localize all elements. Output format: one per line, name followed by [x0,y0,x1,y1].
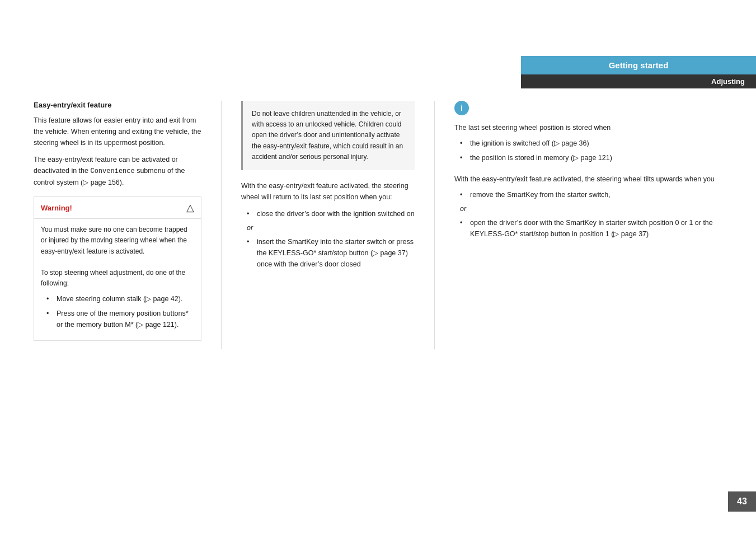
warning-body1: You must make sure no one can become tra… [41,224,194,257]
info-stored-intro: The last set steering wheel position is … [454,122,745,133]
page-number: 43 [728,491,756,512]
or-text-1: or [247,224,415,232]
right-column: i The last set steering wheel position i… [454,101,745,349]
list-item: close the driver’s door with the ignitio… [247,208,415,219]
middle-intro: With the easy-entry/exit feature activat… [241,180,415,203]
easy-entry-para2: The easy-entry/exit feature can be activ… [34,154,201,188]
middle-bullets: close the driver’s door with the ignitio… [247,208,415,219]
header-getting-started: Getting started [521,56,756,74]
grey-box-text: Do not leave children unattended in the … [252,110,403,161]
warning-label: Warning! [41,204,72,212]
list-item: open the driver’s door with the SmartKey… [460,217,745,240]
or-text-2: or [460,205,745,213]
header-adjusting: Adjusting [521,74,756,88]
list-item: insert the SmartKey into the starter swi… [247,236,415,270]
middle-column: Do not leave children unattended in the … [241,101,415,349]
list-item: the ignition is switched off (▷ page 36) [460,138,745,149]
divider-left-mid [221,101,222,349]
list-item: the position is stored in memory (▷ page… [460,152,745,163]
middle-bullets-2: insert the SmartKey into the starter swi… [247,236,415,270]
list-item: Press one of the memory position buttons… [46,308,194,330]
info-section-tilts: With the easy-entry/exit feature activat… [454,174,745,240]
info-stored-bullets: the ignition is switched off (▷ page 36)… [460,138,745,163]
info-section-stored: The last set steering wheel position is … [454,122,745,163]
warning-header: Warning! △ [34,197,201,219]
warning-box: Warning! △ You must make sure no one can… [34,196,201,341]
grey-warning-box: Do not leave children unattended in the … [241,101,415,170]
info-tilts-intro: With the easy-entry/exit feature activat… [454,174,745,185]
warning-bullets: Move steering column stalk (▷ page 42). … [46,293,194,330]
warning-triangle-icon: △ [186,202,194,214]
list-item: Move steering column stalk (▷ page 42). [46,293,194,305]
page-container: Getting started Adjusting Easy-entry/exi… [0,0,756,534]
info-tilts-bullets: remove the SmartKey from the starter swi… [460,189,745,200]
section-title: Easy-entry/exit feature [34,101,201,109]
list-item: remove the SmartKey from the starter swi… [460,189,745,200]
para2-code: Convenience [90,167,134,175]
warning-body2: To stop steering wheel adjustment, do on… [41,268,194,289]
info-tilts-bullets-2: open the driver’s door with the SmartKey… [460,217,745,240]
left-column: Easy-entry/exit feature This feature all… [34,101,201,349]
info-circle-icon: i [454,101,469,115]
easy-entry-para1: This feature allows for easier entry int… [34,115,201,148]
divider-mid-right [434,101,435,349]
info-icon-box: i [454,101,745,115]
header-bar: Getting started Adjusting [521,56,756,88]
content-area: Easy-entry/exit feature This feature all… [34,101,745,349]
warning-body: You must make sure no one can become tra… [34,219,201,340]
